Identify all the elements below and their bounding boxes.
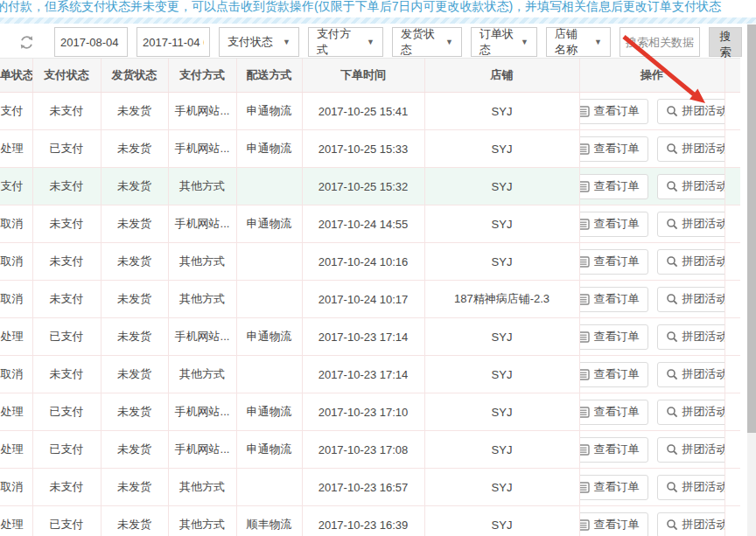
view-order-button[interactable]: 查看订单 <box>579 362 648 387</box>
cell-order-status: 处理 <box>0 393 32 431</box>
view-order-button[interactable]: 查看订单 <box>579 174 648 199</box>
view-order-button[interactable]: 查看订单 <box>579 212 648 237</box>
cell-actions: 查看订单 拼团活动 <box>579 243 724 281</box>
table-row: 取消 未支付 未发货 其他方式 2017-10-23 17:14 SYJ 查 <box>0 356 740 393</box>
view-order-button[interactable]: 查看订单 <box>579 400 648 425</box>
group-activity-button-label: 拼团活动 <box>682 517 725 533</box>
view-order-button[interactable]: 查看订单 <box>579 475 648 500</box>
cell-extra <box>724 281 740 318</box>
cell-delivery: 申通物流 <box>236 93 302 130</box>
view-order-button[interactable]: 查看订单 <box>579 136 648 162</box>
cell-pay-method: 手机网站... <box>168 318 236 356</box>
group-activity-button[interactable]: 拼团活动 <box>657 400 725 425</box>
view-order-button[interactable]: 查看订单 <box>579 512 648 536</box>
group-activity-button-label: 拼团活动 <box>682 329 725 345</box>
cell-pay-status: 未支付 <box>32 168 101 205</box>
cell-pay-method: 手机网站... <box>168 93 236 130</box>
search-button[interactable]: 搜索 <box>709 27 742 57</box>
group-activity-button[interactable]: 拼团活动 <box>657 212 725 237</box>
view-order-button[interactable]: 查看订单 <box>579 287 648 312</box>
caret-down-icon: ▼ <box>367 38 374 46</box>
cell-extra <box>724 506 740 536</box>
cell-ship-status: 未发货 <box>101 205 168 243</box>
cell-pay-status: 未支付 <box>32 469 101 506</box>
cell-pay-method: 其他方式 <box>168 281 236 318</box>
ship-status-dropdown[interactable]: 发货状态 ▼ <box>392 27 462 57</box>
search-icon <box>666 481 678 493</box>
cell-pay-status: 已支付 <box>32 130 101 168</box>
table-row: 支付 未支付 未发货 手机网站... 申通物流 2017-10-25 15:41… <box>0 93 740 130</box>
header-order-time: 下单时间 <box>302 59 424 93</box>
cell-ship-status: 未发货 <box>101 93 168 130</box>
view-order-button-label: 查看订单 <box>594 254 640 269</box>
pay-status-dropdown[interactable]: 支付状态 ▼ <box>219 27 299 57</box>
order-status-dropdown[interactable]: 订单状态 ▼ <box>471 27 537 57</box>
notice-banner-text: 的付款，但系统支付状态并未变更，可以点击收到货款操作(仅限于下单后7日内可更改收… <box>0 0 721 13</box>
group-activity-button[interactable]: 拼团活动 <box>657 99 725 124</box>
search-icon <box>666 331 678 343</box>
table-row: 处理 已支付 未发货 手机网站... 申通物流 2017-10-25 15:33… <box>0 130 740 168</box>
cell-actions: 查看订单 拼团活动 <box>579 431 724 469</box>
cell-order-time: 2017-10-25 15:33 <box>302 130 424 168</box>
date-end-input[interactable] <box>136 27 210 57</box>
cell-ship-status: 未发货 <box>101 506 168 536</box>
order-list-icon <box>579 331 590 343</box>
group-activity-button[interactable]: 拼团活动 <box>657 174 725 199</box>
table-row: 处理 已支付 未发货 手机网站... 申通物流 2017-10-23 17:14… <box>0 318 740 356</box>
cell-extra <box>724 469 740 506</box>
cell-pay-status: 已支付 <box>32 393 101 431</box>
cell-actions: 查看订单 拼团活动 <box>579 318 724 356</box>
group-activity-button[interactable]: 拼团活动 <box>657 249 725 275</box>
view-order-button-label: 查看订单 <box>594 404 640 420</box>
cell-order-time: 2017-10-24 14:55 <box>302 205 424 243</box>
caret-down-icon: ▼ <box>283 38 290 46</box>
group-activity-button[interactable]: 拼团活动 <box>657 512 725 536</box>
group-activity-button[interactable]: 拼团活动 <box>657 324 725 350</box>
view-order-button[interactable]: 查看订单 <box>579 249 648 275</box>
cell-delivery: 申通物流 <box>236 205 302 243</box>
view-order-button[interactable]: 查看订单 <box>579 324 648 350</box>
cell-pay-status: 未支付 <box>32 93 101 130</box>
cell-pay-status: 未支付 <box>32 243 101 281</box>
cell-ship-status: 未发货 <box>101 469 168 506</box>
view-order-button[interactable]: 查看订单 <box>579 99 648 124</box>
order-list-icon <box>579 219 590 230</box>
cell-order-status: 处理 <box>0 318 32 356</box>
group-activity-button[interactable]: 拼团活动 <box>657 437 725 463</box>
cell-order-status: 取消 <box>0 356 32 393</box>
pay-method-dropdown[interactable]: 支付方式 ▼ <box>308 27 383 57</box>
cell-delivery: 申通物流 <box>236 431 302 469</box>
order-table-body: 支付 未支付 未发货 手机网站... 申通物流 2017-10-25 15:41… <box>0 93 740 536</box>
cell-pay-method: 手机网站... <box>168 431 236 469</box>
cell-delivery: 顺丰物流 <box>236 506 302 536</box>
cell-order-time: 2017-10-23 17:14 <box>302 356 424 393</box>
search-icon <box>666 443 678 456</box>
group-activity-button[interactable]: 拼团活动 <box>657 136 725 162</box>
cell-pay-method: 手机网站... <box>168 205 236 243</box>
cell-shop: SYJ <box>424 205 579 243</box>
cell-extra <box>724 393 740 431</box>
group-activity-button[interactable]: 拼团活动 <box>657 287 725 312</box>
cell-extra <box>724 205 740 243</box>
refresh-icon[interactable] <box>19 35 34 50</box>
header-pay-method: 支付方式 <box>168 59 236 93</box>
search-input[interactable] <box>620 27 700 57</box>
shop-name-dropdown-label: 店铺名称 <box>555 26 587 58</box>
table-header-row: 单状态 支付状态 发货状态 支付方式 配送方式 下单时间 店铺 操作 <box>0 59 740 93</box>
date-start-input[interactable] <box>54 27 128 57</box>
pay-method-dropdown-label: 支付方式 <box>317 26 360 58</box>
cell-order-status: 处理 <box>0 130 32 168</box>
shop-name-dropdown[interactable]: 店铺名称 ▼ <box>546 27 611 57</box>
cell-shop: SYJ <box>424 506 579 536</box>
scrollbar-thumb[interactable] <box>747 24 756 433</box>
group-activity-button[interactable]: 拼团活动 <box>657 362 725 387</box>
table-row: 取消 未支付 未发货 其他方式 2017-10-24 10:16 SYJ 查 <box>0 243 740 281</box>
group-activity-button-label: 拼团活动 <box>682 178 725 194</box>
filter-toolbar: 支付状态 ▼ 支付方式 ▼ 发货状态 ▼ 订单状态 ▼ 店铺名称 ▼ 搜索 <box>0 26 742 58</box>
group-activity-button[interactable]: 拼团活动 <box>657 475 725 500</box>
view-order-button[interactable]: 查看订单 <box>579 437 648 463</box>
pay-status-dropdown-label: 支付状态 <box>228 34 273 50</box>
cell-actions: 查看订单 拼团活动 <box>579 469 724 506</box>
cell-order-time: 2017-10-23 16:57 <box>302 469 424 506</box>
cell-order-status: 取消 <box>0 281 32 318</box>
